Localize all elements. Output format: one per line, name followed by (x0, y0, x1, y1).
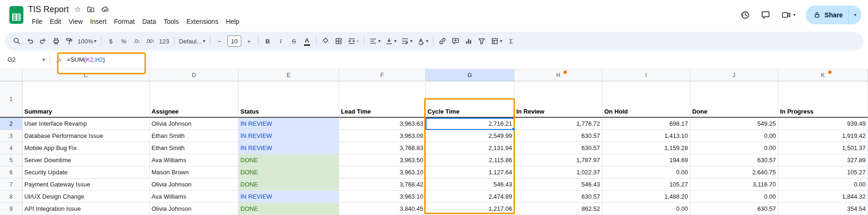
row-header-3[interactable]: 3 (0, 130, 22, 142)
grid-cell[interactable]: 105.27 (778, 166, 868, 179)
row-header-7[interactable]: 7 (0, 179, 22, 191)
grid-cell[interactable]: 3,768.42 (339, 179, 426, 191)
grid-cell[interactable]: 1,022.37 (514, 166, 602, 179)
grid-cell[interactable]: 1,919.42 (778, 130, 868, 142)
grid-cell[interactable]: 0.00 (690, 130, 778, 142)
grid-cell[interactable]: 549.25 (690, 118, 778, 130)
italic-button[interactable]: I (275, 35, 287, 48)
grid-cell[interactable]: 1,127.64 (426, 166, 514, 179)
comments-icon[interactable] (760, 10, 771, 20)
horizontal-align-button[interactable]: ▾ (367, 35, 383, 48)
status-cell[interactable]: DONE (239, 166, 339, 179)
grid-cell[interactable]: 327.89 (778, 154, 868, 166)
document-title[interactable]: TIS Report (28, 5, 69, 14)
row-header-1[interactable]: 1 (0, 81, 22, 118)
increase-font-size-button[interactable]: + (243, 35, 255, 48)
meet-button[interactable]: ▾ (781, 10, 796, 20)
grid-cell[interactable]: 1,488.20 (602, 191, 690, 203)
star-icon[interactable]: ☆ (74, 6, 81, 13)
column-header-e[interactable]: E (239, 69, 339, 81)
column-header-h[interactable]: H (514, 69, 602, 81)
grid-cell[interactable]: 2,640.75 (690, 166, 778, 179)
grid-cell[interactable]: Olivia Johnson (150, 179, 239, 191)
text-color-button[interactable]: A (301, 35, 313, 48)
column-header-f[interactable]: F (339, 69, 426, 81)
status-cell[interactable]: DONE (239, 154, 339, 166)
grid-cell[interactable]: 862.52 (514, 203, 602, 215)
status-cell[interactable]: IN REVIEW (239, 142, 339, 154)
grid-cell[interactable]: 2,131.94 (426, 142, 514, 154)
grid-cell[interactable]: 546.43 (514, 179, 602, 191)
row-header-8[interactable]: 8 (0, 191, 22, 203)
grid-cell[interactable]: 1,844.32 (778, 191, 868, 203)
row-header-4[interactable]: 4 (0, 142, 22, 154)
field-header-done[interactable]: Done (690, 81, 778, 118)
column-header-d[interactable]: D (150, 69, 239, 81)
grid-cell[interactable]: 0.00 (778, 179, 868, 191)
status-cell[interactable]: IN REVIEW (239, 118, 339, 130)
move-folder-icon[interactable] (87, 5, 95, 14)
sheets-logo[interactable] (9, 6, 23, 24)
print-button[interactable] (50, 35, 62, 48)
vertical-align-button[interactable]: ▾ (383, 35, 398, 48)
insert-link-button[interactable] (436, 35, 449, 48)
paint-format-button[interactable] (63, 35, 75, 48)
grid-cell[interactable]: 630.57 (514, 142, 602, 154)
grid-cell[interactable]: Ethan Smith (150, 142, 239, 154)
column-header-c[interactable]: C (22, 69, 150, 81)
grid-cell[interactable]: 1,413.10 (602, 130, 690, 142)
select-all-corner[interactable] (0, 69, 22, 81)
menu-file[interactable]: File (28, 17, 46, 26)
grid-cell[interactable]: 2,549.99 (426, 130, 514, 142)
undo-button[interactable] (23, 35, 36, 48)
grid-cell[interactable]: 1,776.72 (514, 118, 602, 130)
field-header-in-review[interactable]: In Review (514, 81, 602, 118)
grid-cell[interactable]: 354.54 (778, 203, 868, 215)
column-header-j[interactable]: J (690, 69, 778, 81)
grid-cell[interactable]: 3,963.09 (339, 130, 426, 142)
grid-cell[interactable]: Ava Williams (150, 191, 239, 203)
menu-view[interactable]: View (65, 17, 87, 26)
grid-cell[interactable]: UI/UX Design Change (22, 191, 150, 203)
row-header-5[interactable]: 5 (0, 154, 22, 166)
grid-cell[interactable]: 194.69 (602, 154, 690, 166)
menu-help[interactable]: Help (222, 17, 243, 26)
share-options-button[interactable]: ▾ (849, 6, 861, 24)
field-header-summary[interactable]: Summary (22, 81, 150, 118)
formula-input[interactable]: =SUM(K2,H2) (67, 56, 105, 63)
menu-tools[interactable]: Tools (160, 17, 183, 26)
row-header-9[interactable]: 9 (0, 203, 22, 215)
grid-cell-g2[interactable]: 2,716.21 (426, 118, 514, 130)
strikethrough-button[interactable]: S (288, 35, 300, 48)
status-cell[interactable]: IN REVIEW (239, 130, 339, 142)
grid-cell[interactable]: 939.49 (778, 118, 868, 130)
grid-cell[interactable]: Ava Williams (150, 154, 239, 166)
grid-cell[interactable]: 3,768.83 (339, 142, 426, 154)
grid-cell[interactable]: 630.57 (514, 130, 602, 142)
grid-cell[interactable]: 3,116.70 (690, 179, 778, 191)
search-icon[interactable] (10, 35, 23, 48)
fill-handle[interactable] (512, 127, 515, 131)
grid-cell[interactable]: API Integration Issue (22, 203, 150, 215)
grid-cell[interactable]: User Interface Revamp (22, 118, 150, 130)
grid-cell[interactable]: Server Downtime (22, 154, 150, 166)
grid-cell[interactable]: Ethan Smith (150, 130, 239, 142)
grid-cell[interactable]: 3,963.10 (339, 166, 426, 179)
grid-cell[interactable]: 1,787.97 (514, 154, 602, 166)
grid-cell[interactable]: Security Update (22, 166, 150, 179)
currency-format-button[interactable]: $ (104, 35, 117, 48)
grid-cell[interactable]: 105.27 (602, 179, 690, 191)
column-header-i[interactable]: I (602, 69, 690, 81)
redo-button[interactable] (36, 35, 49, 48)
version-history-icon[interactable] (740, 10, 750, 20)
grid-cell[interactable]: 3,963.10 (339, 191, 426, 203)
menu-data[interactable]: Data (138, 17, 160, 26)
grid-cell[interactable]: 3,840.45 (339, 203, 426, 215)
grid-cell[interactable]: 0.00 (602, 203, 690, 215)
field-header-on-hold[interactable]: On Hold (602, 81, 690, 118)
grid-cell[interactable]: 630.57 (690, 154, 778, 166)
grid-cell[interactable]: 3,963.63 (339, 118, 426, 130)
grid-cell[interactable]: 698.17 (602, 118, 690, 130)
name-box[interactable]: G2 ▾ (0, 56, 50, 63)
percent-format-button[interactable]: % (117, 35, 130, 48)
